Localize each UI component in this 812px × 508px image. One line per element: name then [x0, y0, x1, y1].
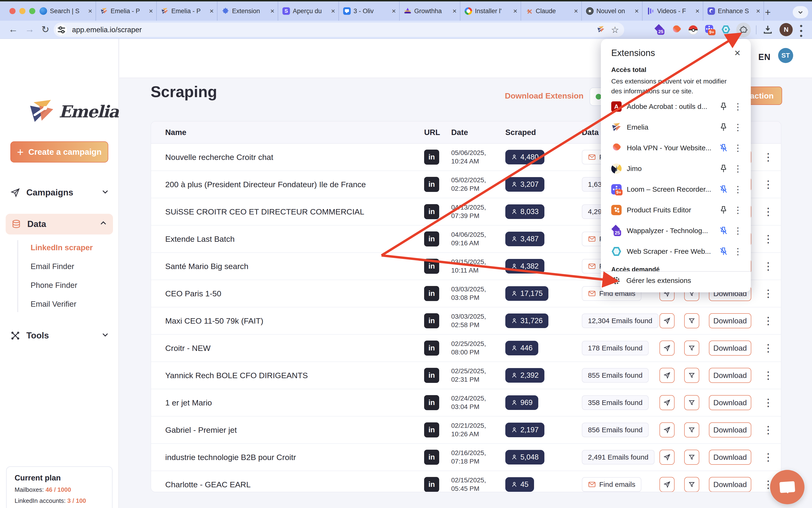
- send-to-campaign-button[interactable]: [659, 313, 674, 328]
- row-kebab-icon[interactable]: [763, 155, 772, 160]
- tab-close-icon[interactable]: ×: [331, 7, 335, 14]
- forward-button[interactable]: →: [25, 24, 34, 35]
- tab-close-icon[interactable]: ×: [88, 7, 92, 14]
- row-kebab-icon[interactable]: [763, 291, 772, 296]
- row-kebab-icon[interactable]: [763, 427, 772, 432]
- filter-button[interactable]: [684, 422, 699, 437]
- loom-toolbar-icon[interactable]: 9+: [705, 25, 714, 35]
- chrome-menu-kebab-icon[interactable]: •••: [800, 24, 803, 38]
- download-button[interactable]: Download: [709, 422, 751, 437]
- download-button[interactable]: Download: [709, 368, 751, 383]
- unpin-icon[interactable]: [719, 226, 728, 236]
- row-kebab-icon[interactable]: [763, 237, 772, 242]
- close-window-button[interactable]: [9, 8, 15, 14]
- extension-row[interactable]: Emelia: [611, 117, 740, 138]
- filter-button[interactable]: [684, 477, 699, 492]
- send-to-campaign-button[interactable]: [659, 341, 674, 355]
- tab-close-icon[interactable]: ×: [695, 7, 699, 14]
- row-kebab-icon[interactable]: [763, 264, 772, 269]
- tab-close-icon[interactable]: ×: [149, 7, 153, 14]
- download-button[interactable]: Download: [709, 395, 751, 410]
- sidebar-item-email-verifier[interactable]: Email Verifier: [31, 297, 76, 311]
- extension-row[interactable]: Hola VPN - Your Website...: [611, 138, 740, 158]
- user-avatar[interactable]: ST: [778, 48, 793, 63]
- url-text[interactable]: app.emelia.io/scraper: [72, 26, 142, 34]
- unpin-icon[interactable]: [719, 143, 728, 153]
- extensions-puzzle-icon[interactable]: [736, 23, 751, 37]
- browser-tab[interactable]: Search | S ×: [35, 1, 96, 21]
- browser-tab[interactable]: Emelia - P ×: [96, 1, 157, 21]
- extension-row[interactable]: 25 Wappalyzer - Technolog...: [611, 220, 740, 241]
- browser-tab[interactable]: Emelia - P ×: [157, 1, 218, 21]
- tab-close-icon[interactable]: ×: [634, 7, 639, 14]
- sidebar-item-linkedin-scraper[interactable]: LinkedIn scraper: [31, 240, 93, 255]
- row-kebab-icon[interactable]: [763, 318, 772, 323]
- reload-button[interactable]: ↻: [41, 24, 49, 35]
- browser-tab[interactable]: 3 - Oliv ×: [339, 1, 400, 21]
- create-campaign-button[interactable]: + Create a campaign: [10, 141, 108, 163]
- chat-fab-button[interactable]: [770, 470, 805, 504]
- extension-row[interactable]: Jimo: [611, 158, 740, 179]
- tab-close-icon[interactable]: ×: [270, 7, 274, 14]
- tab-close-icon[interactable]: ×: [513, 7, 517, 14]
- extension-row[interactable]: Web Scraper - Free Web...: [611, 241, 740, 262]
- downloads-icon[interactable]: [763, 25, 773, 36]
- extension-kebab-icon[interactable]: [733, 228, 740, 233]
- filter-button[interactable]: [684, 395, 699, 410]
- pin-icon[interactable]: [719, 164, 728, 173]
- row-kebab-icon[interactable]: [763, 182, 772, 187]
- sidebar-item-data[interactable]: Data: [6, 214, 113, 235]
- browser-tab[interactable]: Videos - F ×: [643, 1, 703, 21]
- filter-button[interactable]: [684, 313, 699, 328]
- pin-icon[interactable]: [719, 205, 728, 215]
- send-to-campaign-button[interactable]: [659, 368, 674, 383]
- browser-profile-avatar[interactable]: N: [779, 23, 793, 36]
- extension-kebab-icon[interactable]: [733, 187, 740, 192]
- url-bar[interactable]: app.emelia.io/scraper ☆: [54, 23, 624, 37]
- row-kebab-icon[interactable]: [763, 455, 772, 460]
- browser-tab[interactable]: Enhance S ×: [703, 1, 764, 21]
- download-button[interactable]: Download: [709, 313, 751, 328]
- browser-tab[interactable]: Installer l' ×: [460, 1, 521, 21]
- send-to-campaign-button[interactable]: [659, 422, 674, 437]
- tab-close-icon[interactable]: ×: [756, 7, 760, 14]
- browser-tab[interactable]: S Aperçu du ×: [278, 1, 339, 21]
- filter-button[interactable]: [684, 368, 699, 383]
- hola-vpn-toolbar-icon[interactable]: [671, 25, 681, 35]
- send-to-campaign-button[interactable]: [659, 395, 674, 410]
- minimize-window-button[interactable]: [19, 8, 26, 14]
- browser-tab[interactable]: Extension ×: [218, 1, 278, 21]
- language-selector[interactable]: EN: [758, 52, 771, 62]
- browser-tab[interactable]: Nouvel on ×: [582, 1, 643, 21]
- site-settings-icon[interactable]: [56, 25, 67, 35]
- extension-kebab-icon[interactable]: [733, 104, 740, 109]
- browser-tab[interactable]: Claude ×: [521, 1, 582, 21]
- pin-icon[interactable]: [719, 123, 728, 132]
- pin-icon[interactable]: [719, 102, 728, 111]
- extension-row[interactable]: A Adobe Acrobat : outils d...: [611, 96, 740, 117]
- wappalyzer-toolbar-icon[interactable]: 25: [655, 25, 665, 35]
- tab-close-icon[interactable]: ×: [392, 7, 396, 14]
- back-button[interactable]: ←: [8, 24, 18, 35]
- browser-tab[interactable]: Growthha ×: [400, 1, 460, 21]
- unpin-icon[interactable]: [719, 247, 728, 256]
- send-to-campaign-button[interactable]: [659, 450, 674, 465]
- extension-kebab-icon[interactable]: [733, 166, 740, 171]
- extension-kebab-icon[interactable]: [733, 145, 740, 151]
- sidebar-item-campaigns[interactable]: Campaigns: [10, 183, 109, 202]
- tab-close-icon[interactable]: ×: [209, 7, 214, 14]
- new-tab-button[interactable]: +: [765, 7, 771, 17]
- web-scraper-toolbar-icon[interactable]: [721, 25, 731, 35]
- row-kebab-icon[interactable]: [763, 400, 772, 405]
- extension-row[interactable]: 9+ Loom – Screen Recorder...: [611, 179, 740, 200]
- filter-button[interactable]: [684, 341, 699, 355]
- unpin-icon[interactable]: [719, 185, 728, 194]
- sidebar-item-email-finder[interactable]: Email Finder: [31, 259, 74, 274]
- zoom-window-button[interactable]: [29, 8, 35, 14]
- download-button[interactable]: Download: [709, 477, 751, 492]
- extension-kebab-icon[interactable]: [733, 125, 740, 130]
- manage-extensions-item[interactable]: Gérer les extensions: [611, 276, 691, 285]
- row-kebab-icon[interactable]: [763, 209, 772, 214]
- extension-kebab-icon[interactable]: [733, 208, 740, 213]
- tab-close-icon[interactable]: ×: [574, 7, 578, 14]
